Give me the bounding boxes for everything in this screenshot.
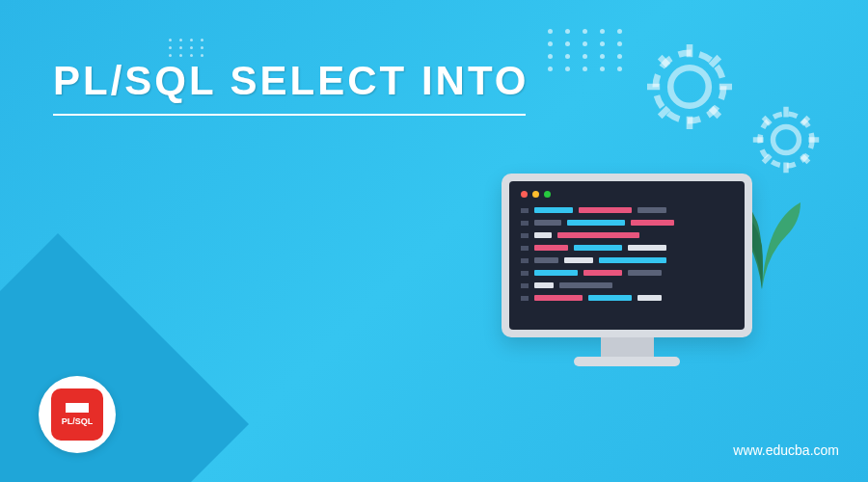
page-title: PL/SQL SELECT INTO: [53, 58, 529, 104]
svg-point-2: [773, 127, 800, 153]
title-underline: [53, 114, 526, 116]
diagonal-accent: [0, 233, 249, 482]
code-editor-screen: [509, 181, 745, 330]
badge-label: PL/SQL: [62, 416, 94, 426]
dot-grid-small: [169, 39, 206, 57]
dot-grid-large: [548, 29, 627, 71]
window-controls: [521, 191, 733, 198]
gear-icon-large: [637, 34, 743, 140]
svg-point-0: [670, 67, 709, 106]
monitor-illustration: [502, 174, 752, 366]
plsql-badge: PL/SQL: [39, 376, 116, 453]
website-url: www.educba.com: [733, 442, 839, 458]
